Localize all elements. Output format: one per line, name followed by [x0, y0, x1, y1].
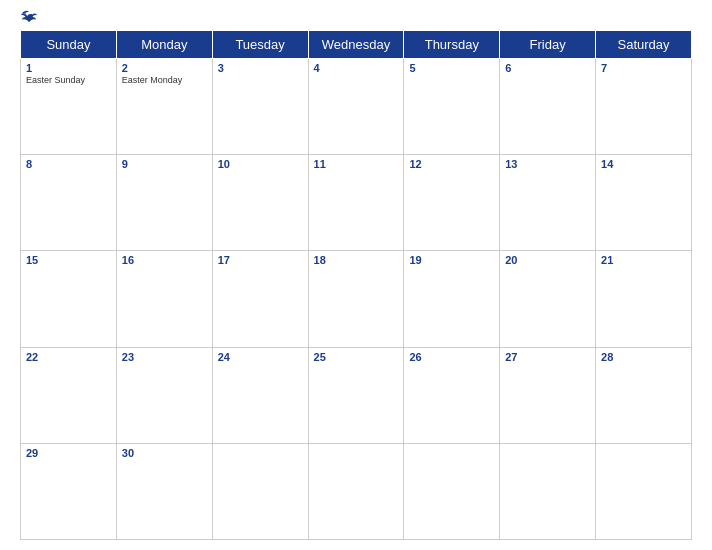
- day-number: 18: [314, 254, 399, 266]
- day-number: 14: [601, 158, 686, 170]
- day-number: 28: [601, 351, 686, 363]
- calendar-cell: 7: [596, 59, 692, 155]
- day-number: 29: [26, 447, 111, 459]
- day-number: 26: [409, 351, 494, 363]
- calendar-cell: 25: [308, 347, 404, 443]
- calendar-cell: 10: [212, 155, 308, 251]
- day-number: 17: [218, 254, 303, 266]
- calendar-week-1: 1Easter Sunday2Easter Monday34567: [21, 59, 692, 155]
- calendar-cell: 19: [404, 251, 500, 347]
- day-number: 11: [314, 158, 399, 170]
- calendar-week-3: 15161718192021: [21, 251, 692, 347]
- calendar-week-5: 2930: [21, 443, 692, 539]
- calendar-cell: 14: [596, 155, 692, 251]
- day-number: 19: [409, 254, 494, 266]
- day-header-thursday: Thursday: [404, 31, 500, 59]
- calendar-cell: 23: [116, 347, 212, 443]
- logo-bird-icon: [20, 10, 38, 24]
- calendar-cell: 13: [500, 155, 596, 251]
- calendar-cell: 22: [21, 347, 117, 443]
- day-number: 25: [314, 351, 399, 363]
- day-number: 9: [122, 158, 207, 170]
- day-number: 4: [314, 62, 399, 74]
- calendar-cell: 12: [404, 155, 500, 251]
- country-label: [622, 10, 692, 14]
- calendar-table: SundayMondayTuesdayWednesdayThursdayFrid…: [20, 30, 692, 540]
- day-number: 3: [218, 62, 303, 74]
- day-number: 10: [218, 158, 303, 170]
- day-number: 1: [26, 62, 111, 74]
- calendar-cell: [308, 443, 404, 539]
- calendar-cell: [596, 443, 692, 539]
- calendar-cell: 5: [404, 59, 500, 155]
- day-number: 5: [409, 62, 494, 74]
- calendar-cell: 6: [500, 59, 596, 155]
- calendar-week-4: 22232425262728: [21, 347, 692, 443]
- calendar-cell: 18: [308, 251, 404, 347]
- day-number: 30: [122, 447, 207, 459]
- calendar-cell: 28: [596, 347, 692, 443]
- calendar-cell: 27: [500, 347, 596, 443]
- day-header-friday: Friday: [500, 31, 596, 59]
- calendar-cell: 30: [116, 443, 212, 539]
- calendar-week-2: 891011121314: [21, 155, 692, 251]
- logo: [20, 10, 40, 24]
- day-header-sunday: Sunday: [21, 31, 117, 59]
- calendar-cell: 11: [308, 155, 404, 251]
- day-number: 24: [218, 351, 303, 363]
- holiday-label: Easter Sunday: [26, 75, 111, 85]
- calendar-cell: 26: [404, 347, 500, 443]
- calendar-cell: 3: [212, 59, 308, 155]
- calendar-cell: 21: [596, 251, 692, 347]
- day-number: 27: [505, 351, 590, 363]
- calendar-cell: 16: [116, 251, 212, 347]
- calendar-header-row: SundayMondayTuesdayWednesdayThursdayFrid…: [21, 31, 692, 59]
- calendar-cell: 4: [308, 59, 404, 155]
- logo-blue-section: [20, 10, 40, 24]
- calendar-cell: 9: [116, 155, 212, 251]
- day-number: 22: [26, 351, 111, 363]
- calendar-cell: [212, 443, 308, 539]
- calendar-cell: 15: [21, 251, 117, 347]
- calendar-cell: 20: [500, 251, 596, 347]
- day-number: 13: [505, 158, 590, 170]
- day-number: 20: [505, 254, 590, 266]
- day-number: 15: [26, 254, 111, 266]
- day-number: 6: [505, 62, 590, 74]
- day-number: 8: [26, 158, 111, 170]
- calendar-cell: 24: [212, 347, 308, 443]
- day-number: 21: [601, 254, 686, 266]
- day-header-tuesday: Tuesday: [212, 31, 308, 59]
- day-number: 16: [122, 254, 207, 266]
- holiday-label: Easter Monday: [122, 75, 207, 85]
- page-header: [20, 10, 692, 24]
- day-number: 7: [601, 62, 686, 74]
- day-header-wednesday: Wednesday: [308, 31, 404, 59]
- day-header-saturday: Saturday: [596, 31, 692, 59]
- calendar-cell: 17: [212, 251, 308, 347]
- calendar-cell: 8: [21, 155, 117, 251]
- calendar-cell: [404, 443, 500, 539]
- day-number: 2: [122, 62, 207, 74]
- calendar-cell: [500, 443, 596, 539]
- calendar-cell: 1Easter Sunday: [21, 59, 117, 155]
- day-number: 23: [122, 351, 207, 363]
- day-header-monday: Monday: [116, 31, 212, 59]
- calendar-cell: 29: [21, 443, 117, 539]
- calendar-cell: 2Easter Monday: [116, 59, 212, 155]
- day-number: 12: [409, 158, 494, 170]
